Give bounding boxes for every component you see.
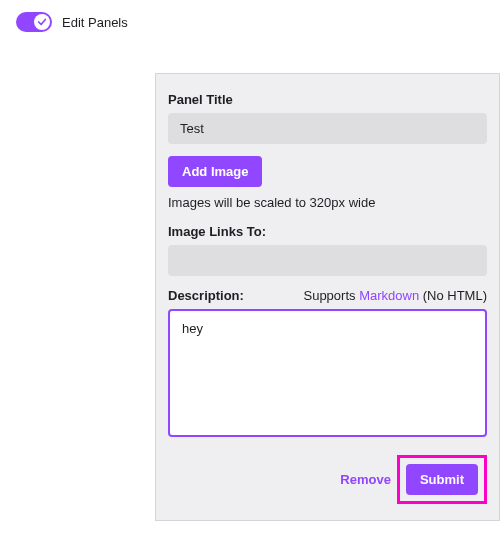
supports-suffix: (No HTML): [419, 288, 487, 303]
image-scale-hint: Images will be scaled to 320px wide: [168, 195, 487, 210]
markdown-link[interactable]: Markdown: [359, 288, 419, 303]
markdown-support-note: Supports Markdown (No HTML): [303, 288, 487, 303]
submit-highlight: Submit: [397, 455, 487, 504]
panel-editor: Panel Title Add Image Images will be sca…: [155, 73, 500, 521]
add-image-button[interactable]: Add Image: [168, 156, 262, 187]
remove-button[interactable]: Remove: [340, 472, 391, 487]
edit-panels-label: Edit Panels: [62, 15, 128, 30]
panel-title-input[interactable]: [168, 113, 487, 144]
description-textarea[interactable]: [168, 309, 487, 437]
check-icon: [37, 17, 47, 27]
image-links-to-label: Image Links To:: [168, 224, 487, 239]
submit-button[interactable]: Submit: [406, 464, 478, 495]
toggle-knob: [34, 14, 50, 30]
edit-panels-toggle[interactable]: [16, 12, 52, 32]
panel-title-label: Panel Title: [168, 92, 487, 107]
image-links-to-input[interactable]: [168, 245, 487, 276]
supports-prefix: Supports: [303, 288, 359, 303]
description-label: Description:: [168, 288, 244, 303]
